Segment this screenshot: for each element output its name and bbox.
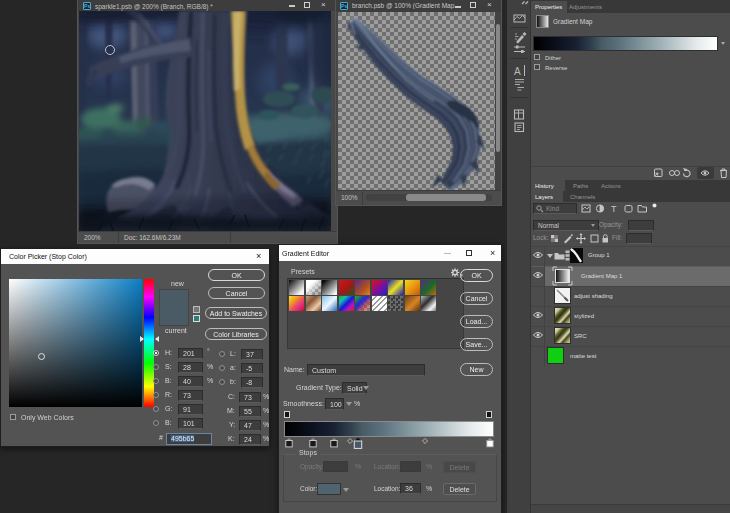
svg-text:T: T	[611, 204, 617, 214]
svg-text:A: A	[514, 66, 521, 77]
